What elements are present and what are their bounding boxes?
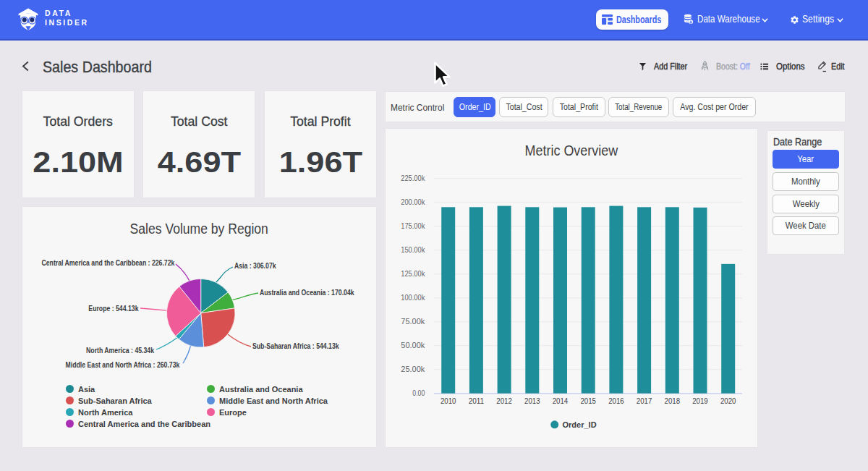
svg-text:2017: 2017 [637, 396, 652, 405]
svg-text:100.00k: 100.00k [401, 293, 425, 302]
svg-text:2013: 2013 [524, 396, 540, 405]
svg-text:175.00k: 175.00k [401, 221, 425, 230]
svg-text:2015: 2015 [580, 396, 596, 405]
svg-text:75.00k: 75.00k [401, 317, 425, 326]
svg-text:0.00: 0.00 [412, 389, 425, 397]
svg-text:25.00k: 25.00k [401, 365, 425, 373]
svg-text:2011: 2011 [469, 396, 485, 405]
svg-text:2020: 2020 [720, 396, 736, 405]
svg-text:2016: 2016 [608, 396, 624, 405]
svg-text:2014: 2014 [553, 396, 569, 405]
svg-text:2012: 2012 [496, 396, 512, 405]
svg-text:50.00k: 50.00k [401, 341, 425, 349]
svg-text:225.00k: 225.00k [401, 174, 425, 182]
svg-text:200.00k: 200.00k [401, 198, 425, 206]
svg-text:2018: 2018 [665, 396, 681, 405]
svg-text:125.00k: 125.00k [401, 269, 425, 278]
svg-text:2010: 2010 [441, 396, 456, 405]
svg-text:2019: 2019 [692, 396, 708, 405]
svg-text:Order_ID: Order_ID [563, 420, 597, 429]
svg-text:150.00k: 150.00k [401, 245, 425, 254]
